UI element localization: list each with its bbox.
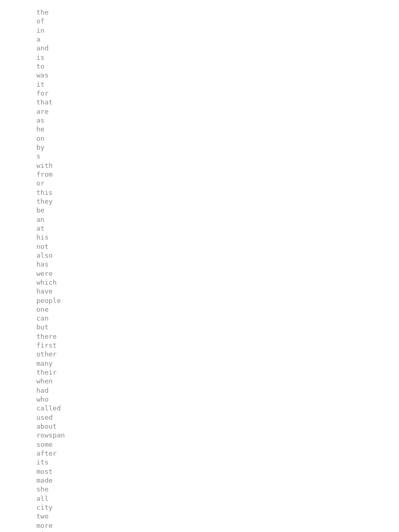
list-item: he <box>36 125 363 134</box>
list-item: at <box>36 224 363 233</box>
list-item: but <box>36 323 363 331</box>
list-item: they <box>36 197 363 206</box>
list-item: first <box>36 341 363 350</box>
list-item: two <box>36 512 363 521</box>
list-item: as <box>36 116 363 125</box>
list-item: some <box>36 440 363 449</box>
list-item: by <box>36 143 363 152</box>
list-item: with <box>36 161 363 170</box>
list-item: is <box>36 53 363 62</box>
list-item: one <box>36 305 363 314</box>
list-item: more <box>36 521 363 530</box>
list-item: city <box>36 503 363 512</box>
list-item: have <box>36 287 363 296</box>
list-item: and <box>36 44 363 52</box>
list-item: the <box>36 8 363 17</box>
list-item: rowspan <box>36 431 363 440</box>
list-item: all <box>36 494 363 503</box>
list-item: had <box>36 386 363 395</box>
list-item: called <box>36 404 363 413</box>
list-item: or <box>36 179 363 188</box>
list-item: who <box>36 395 363 404</box>
list-item: their <box>36 368 363 377</box>
list-item: most <box>36 467 363 476</box>
list-item: an <box>36 215 363 224</box>
list-item: about <box>36 422 363 431</box>
list-item: was <box>36 71 363 79</box>
list-item: after <box>36 449 363 458</box>
list-item: that <box>36 98 363 107</box>
list-item: his <box>36 233 363 242</box>
list-item: in <box>36 26 363 35</box>
list-item: to <box>36 62 363 71</box>
list-item: it <box>36 80 363 89</box>
list-item: from <box>36 170 363 179</box>
list-item: used <box>36 413 363 422</box>
list-item: which <box>36 278 363 287</box>
list-item: when <box>36 377 363 385</box>
list-item: be <box>36 206 363 215</box>
list-item: other <box>36 350 363 358</box>
list-item: were <box>36 269 363 278</box>
list-item: are <box>36 107 363 116</box>
list-item: s <box>36 152 363 161</box>
list-item: can <box>36 314 363 323</box>
list-item: has <box>36 260 363 269</box>
list-item: on <box>36 134 363 143</box>
list-item: not <box>36 242 363 251</box>
list-item: made <box>36 476 363 485</box>
list-item: of <box>36 17 363 25</box>
list-item: its <box>36 458 363 467</box>
list-item: people <box>36 296 363 305</box>
list-item: she <box>36 485 363 494</box>
list-item: for <box>36 89 363 98</box>
list-item: this <box>36 188 363 197</box>
word-list: theofinaandistowasitforthatareasheonbysw… <box>36 8 363 532</box>
list-item: also <box>36 251 363 260</box>
list-item: a <box>36 35 363 44</box>
list-item: time <box>36 530 363 532</box>
list-item: there <box>36 332 363 341</box>
list-item: many <box>36 359 363 368</box>
